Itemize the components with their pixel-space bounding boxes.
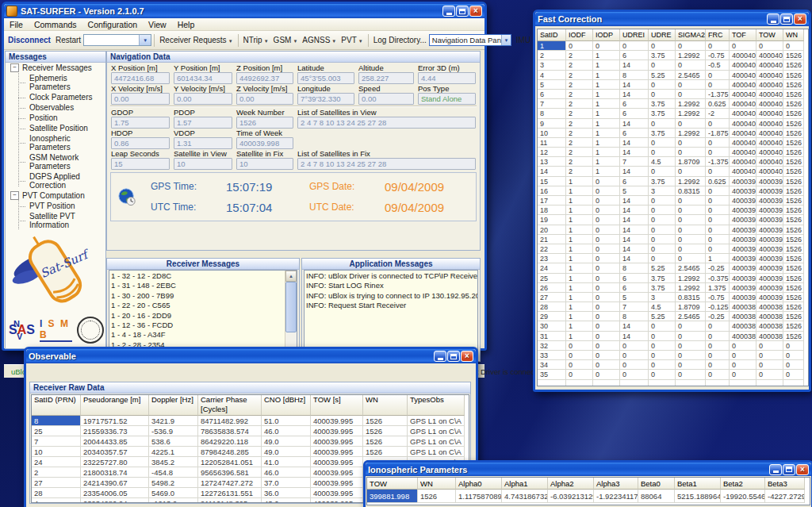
table-cell[interactable]: 0	[593, 205, 620, 215]
table-cell[interactable]: 1.2992	[676, 109, 706, 118]
table-cell[interactable]: 1526	[783, 321, 804, 331]
table-cell[interactable]: 400039	[756, 293, 783, 302]
receiver-requests-button[interactable]: Receiver Requests▼	[157, 35, 235, 45]
table-cell[interactable]: 49.0	[262, 436, 311, 447]
table-cell[interactable]: 0	[649, 244, 676, 254]
table-cell[interactable]: 0	[676, 225, 706, 235]
table-cell[interactable]: 10	[32, 447, 81, 457]
table-cell[interactable]: 5	[620, 186, 649, 196]
table-cell[interactable]: 400040	[756, 138, 783, 148]
table-cell[interactable]: 2	[32, 467, 81, 478]
table-cell[interactable]: 5469.0	[149, 488, 198, 498]
table-cell[interactable]: 19	[538, 215, 566, 225]
table-cell[interactable]: 0	[566, 341, 593, 351]
y-velocity-field[interactable]: 0.00	[174, 93, 232, 105]
table-cell[interactable]: 27	[538, 293, 566, 302]
table-cell[interactable]: 0	[593, 312, 620, 321]
column-header[interactable]: SatID	[538, 29, 566, 41]
table-cell[interactable]: 400040	[756, 71, 783, 80]
table-cell[interactable]: 0	[593, 321, 620, 331]
column-header[interactable]: TOF	[730, 29, 756, 41]
table-cell[interactable]: 1526	[783, 312, 804, 321]
table-cell[interactable]: 0	[706, 244, 730, 254]
table-row[interactable]: 132174.51.8709-1.3754000404000401526	[538, 157, 808, 167]
table-cell[interactable]: 2	[566, 129, 593, 138]
table-cell[interactable]: 1	[593, 99, 620, 109]
table-cell[interactable]: 34	[538, 360, 566, 370]
table-cell[interactable]: 0	[649, 235, 676, 244]
table-cell[interactable]: -6.0392131295..	[548, 490, 594, 503]
table-cell[interactable]: 0	[593, 225, 620, 235]
table-cell[interactable]: 0	[649, 370, 676, 379]
table-cell[interactable]: 0	[783, 341, 804, 351]
table-cell[interactable]: 1.2992	[676, 283, 706, 293]
column-header[interactable]: WN	[418, 478, 456, 490]
table-cell[interactable]: 400040	[730, 129, 756, 138]
table-cell[interactable]: 88064	[638, 490, 675, 503]
table-row[interactable]: 1020340357.574225.187984248.28549.040003…	[32, 447, 469, 457]
tree-item[interactable]: Satellite PVT Information	[6, 211, 105, 230]
table-cell[interactable]: 0	[649, 341, 676, 351]
scrollbar[interactable]: ▲ ▼	[285, 271, 297, 358]
table-cell[interactable]: 400039	[730, 196, 756, 205]
table-cell[interactable]: 0	[706, 138, 730, 148]
table-cell[interactable]: 3.75	[649, 99, 676, 109]
gsm-button[interactable]: GSM▼	[271, 35, 301, 45]
tree-node[interactable]: −PVT Computation	[6, 190, 105, 201]
table-cell[interactable]: 0	[756, 341, 783, 351]
latitude-field[interactable]: 45°3'55.003	[297, 72, 354, 84]
column-header[interactable]: Beta3	[765, 478, 805, 490]
table-cell[interactable]: 1	[566, 205, 593, 215]
table-cell[interactable]: 24214390.67	[81, 478, 149, 488]
table-row[interactable]: 1421140004000404000401526	[538, 167, 808, 176]
table-cell[interactable]: 400040	[756, 167, 783, 176]
z-velocity-field[interactable]: 0.00	[236, 93, 293, 105]
table-cell[interactable]: -1.375	[706, 157, 730, 167]
table-cell[interactable]: 400040	[756, 60, 783, 70]
table-cell[interactable]: 1.2992	[676, 129, 706, 138]
table-cell[interactable]: 0	[593, 41, 620, 51]
table-cell[interactable]: 0	[730, 360, 756, 370]
main-title-bar[interactable]: SAT-SURFER - Version 2.1.0.7 ×	[4, 4, 485, 18]
table-cell[interactable]: 0	[676, 332, 706, 341]
table-cell[interactable]: 0	[566, 360, 593, 370]
menu-item-file[interactable]: File	[4, 20, 29, 29]
agnss-button[interactable]: AGNSS▼	[300, 35, 339, 45]
table-row[interactable]: 35000000000	[538, 370, 808, 379]
table-cell[interactable]: 1	[593, 80, 620, 90]
table-cell[interactable]: 6	[620, 99, 649, 109]
table-cell[interactable]: 14	[620, 167, 649, 176]
table-cell[interactable]: 1.2992	[676, 99, 706, 109]
table-cell[interactable]: 400040	[730, 157, 756, 167]
table-cell[interactable]: 1	[593, 90, 620, 99]
table-cell[interactable]: 127247427.272	[198, 478, 262, 488]
table-cell[interactable]: 400039.995	[311, 488, 363, 498]
table-cell[interactable]: 0	[593, 244, 620, 254]
table-cell[interactable]: 0	[676, 138, 706, 148]
table-cell[interactable]: 24	[538, 263, 566, 273]
table-cell[interactable]: 5498.2	[149, 478, 198, 488]
column-header[interactable]: Pseudorange [m]	[81, 395, 149, 416]
table-cell[interactable]: -1.9223411751..	[594, 490, 638, 503]
table-cell[interactable]: 0	[730, 351, 756, 360]
table-cell[interactable]: 0	[676, 148, 706, 157]
table-cell[interactable]: 8	[620, 312, 649, 321]
list-item[interactable]: INFO: Request Start Receiver	[306, 301, 476, 310]
table-cell[interactable]: 400038	[730, 321, 756, 331]
table-cell[interactable]: 0	[676, 41, 706, 51]
table-cell[interactable]: 400039	[730, 254, 756, 263]
hdop-field[interactable]: 0.86	[111, 137, 170, 149]
table-cell[interactable]: 0	[676, 321, 706, 331]
table-cell[interactable]: 0	[706, 370, 730, 379]
table-cell[interactable]: 0	[676, 119, 706, 129]
table-cell[interactable]: 5	[620, 293, 649, 302]
table-cell[interactable]: 400040	[730, 119, 756, 129]
table-cell[interactable]: 400040	[730, 99, 756, 109]
table-cell[interactable]: 46.0	[262, 426, 311, 436]
table-cell[interactable]: 0	[706, 332, 730, 341]
table-cell[interactable]: 0	[706, 41, 730, 51]
table-cell[interactable]: 2	[566, 60, 593, 70]
table-cell[interactable]: GPS L1 on C\A	[408, 416, 465, 426]
column-header[interactable]: Carrier Phase [Cycles]	[198, 395, 262, 416]
column-header[interactable]: Alpha1	[502, 478, 548, 490]
